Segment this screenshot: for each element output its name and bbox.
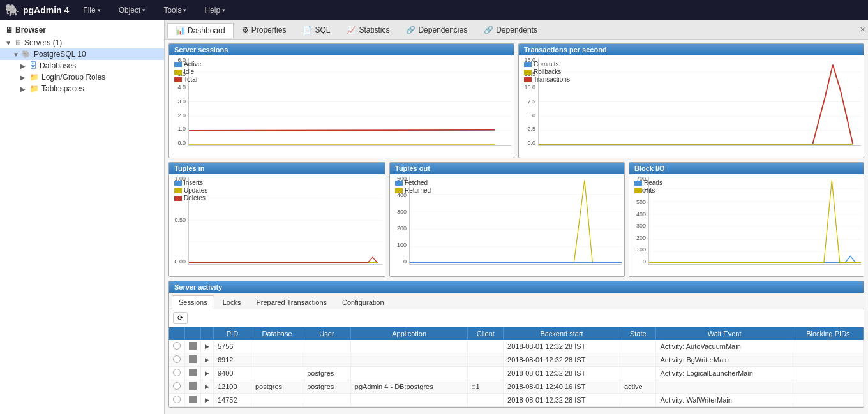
cell-backend-start: 2018-08-01 12:32:28 IST <box>504 367 620 380</box>
app-brand: 🐘 pgAdmin 4 <box>5 3 69 17</box>
row-stop[interactable] <box>185 367 201 380</box>
cell-pid: 6912 <box>214 353 251 367</box>
subtab-locks[interactable]: Locks <box>216 295 248 309</box>
row-stop[interactable] <box>185 340 201 353</box>
tools-menu[interactable]: Tools ▾ <box>160 6 190 15</box>
cell-user: postgres <box>303 380 351 394</box>
legend-fetched: Fetched <box>395 179 431 186</box>
cell-state <box>620 394 656 407</box>
cell-pid: 12100 <box>214 380 251 394</box>
browser-header[interactable]: 🖥 Browser <box>0 23 164 37</box>
tab-dashboard[interactable]: 📊 Dashboard <box>167 23 234 38</box>
ts-expand[interactable]: ▶ <box>20 85 27 92</box>
row-expand[interactable]: ▶ <box>201 380 214 394</box>
statistics-icon: 📈 <box>347 26 356 34</box>
sidebar-item-postgresql[interactable]: ▼ 🐘 PostgreSQL 10 <box>0 48 164 60</box>
db-expand[interactable]: ▶ <box>20 63 27 70</box>
object-menu[interactable]: Object ▾ <box>115 6 150 15</box>
sidebar: 🖥 Browser ▼ 🖥 Servers (1) ▼ 🐘 PostgreSQL… <box>0 20 165 414</box>
tab-sql[interactable]: 📄 SQL <box>294 22 338 37</box>
servers-label: Servers (1) <box>24 38 62 47</box>
tab-properties[interactable]: ⚙ Properties <box>234 22 295 37</box>
row-stop[interactable] <box>185 380 201 394</box>
col-stop <box>185 327 201 340</box>
col-expand <box>201 327 214 340</box>
activity-toolbar: ⟳ <box>169 309 864 327</box>
sidebar-item-databases[interactable]: ▶ 🗄 Databases <box>0 60 164 71</box>
content-close-button[interactable]: ✕ <box>860 26 865 34</box>
help-menu[interactable]: Help ▾ <box>200 6 229 15</box>
tab-statistics[interactable]: 📈 Statistics <box>338 22 398 37</box>
server-sessions-legend: Active Idle Total <box>174 61 201 84</box>
block-io-chart-area <box>648 177 861 265</box>
row-circle[interactable] <box>169 394 185 407</box>
cell-database <box>251 394 303 407</box>
row-circle[interactable] <box>169 353 185 367</box>
block-io-body: Reads Hits 7006005004003002001000 <box>629 174 864 276</box>
pg-expand[interactable]: ▼ <box>13 51 19 58</box>
cell-state <box>620 353 656 367</box>
row-expand[interactable]: ▶ <box>201 353 214 367</box>
row-expand[interactable]: ▶ <box>201 340 214 353</box>
legend-returned: Returned <box>395 187 431 194</box>
col-blocking-pids: Blocking PIDs <box>793 327 863 340</box>
cell-blocking-pids <box>793 353 863 367</box>
legend-rollbacks: Rollbacks <box>524 68 570 75</box>
cell-user <box>303 340 351 353</box>
row-circle[interactable] <box>169 367 185 380</box>
cell-application <box>350 367 468 380</box>
sessions-table-container: PID Database User Application Client Bac… <box>169 327 864 407</box>
cell-backend-start: 2018-08-01 12:32:28 IST <box>504 340 620 353</box>
refresh-button[interactable]: ⟳ <box>173 312 188 324</box>
legend-transactions-color <box>524 77 532 82</box>
cell-user <box>303 353 351 367</box>
row-circle[interactable] <box>169 340 185 353</box>
cell-backend-start: 2018-08-01 12:32:28 IST <box>504 394 620 407</box>
legend-updates: Updates <box>174 187 207 194</box>
tuples-out-legend: Fetched Returned <box>395 179 431 195</box>
subtab-sessions[interactable]: Sessions <box>172 295 214 309</box>
cell-application <box>350 340 468 353</box>
cell-database <box>251 340 303 353</box>
row-expand[interactable]: ▶ <box>201 394 214 407</box>
row-circle[interactable] <box>169 380 185 394</box>
cell-client: ::1 <box>468 380 504 394</box>
tab-dependencies[interactable]: 🔗 Dependencies <box>398 22 475 37</box>
help-menu-arrow: ▾ <box>222 7 225 13</box>
cell-wait-event: Activity: WalWriterMain <box>656 394 793 407</box>
row-stop[interactable] <box>185 353 201 367</box>
sessions-table: PID Database User Application Client Bac… <box>169 327 864 407</box>
legend-deletes: Deletes <box>174 195 207 202</box>
dashboard-icon: 📊 <box>176 26 185 35</box>
sidebar-item-tablespaces[interactable]: ▶ 📁 Tablespaces <box>0 83 164 94</box>
tuples-in-legend: Inserts Updates Deletes <box>174 179 207 202</box>
sidebar-item-loginroles[interactable]: ▶ 📁 Login/Group Roles <box>0 71 164 83</box>
sql-icon: 📄 <box>303 26 312 34</box>
legend-total-color <box>174 77 182 82</box>
table-row: ▶ 5756 2018-08-01 12:32:28 IST Activity:… <box>169 340 864 353</box>
file-menu[interactable]: File ▾ <box>79 6 104 15</box>
charts-row-1: Server sessions Active Idle <box>168 43 864 158</box>
server-sessions-panel: Server sessions Active Idle <box>168 43 514 158</box>
properties-icon: ⚙ <box>242 26 249 34</box>
legend-inserts: Inserts <box>174 179 207 186</box>
cell-blocking-pids <box>793 367 863 380</box>
activity-sub-tabs: Sessions Locks Prepared Transactions Con… <box>169 293 864 309</box>
tuples-in-panel: Tuples in Inserts Updates <box>168 162 385 277</box>
cell-wait-event: Activity: LogicalLauncherMain <box>656 367 793 380</box>
subtab-configuration[interactable]: Configuration <box>335 295 391 309</box>
cell-client <box>468 367 504 380</box>
charts-row-2: Tuples in Inserts Updates <box>168 162 864 277</box>
tuples-out-panel: Tuples out Fetched Returned <box>389 162 625 277</box>
content-area: 📊 Dashboard ⚙ Properties 📄 SQL 📈 Statist… <box>165 20 868 414</box>
subtab-prepared-transactions[interactable]: Prepared Transactions <box>249 295 334 309</box>
roles-expand[interactable]: ▶ <box>20 74 27 81</box>
sidebar-item-servers[interactable]: ▼ 🖥 Servers (1) <box>0 37 164 48</box>
legend-returned-color <box>395 188 403 193</box>
row-stop[interactable] <box>185 394 201 407</box>
row-expand[interactable]: ▶ <box>201 367 214 380</box>
servers-icon: 🖥 <box>14 38 22 47</box>
servers-expand[interactable]: ▼ <box>5 40 11 47</box>
tab-dependents[interactable]: 🔗 Dependents <box>475 22 546 37</box>
transactions-legend: Commits Rollbacks Transactions <box>524 61 570 84</box>
